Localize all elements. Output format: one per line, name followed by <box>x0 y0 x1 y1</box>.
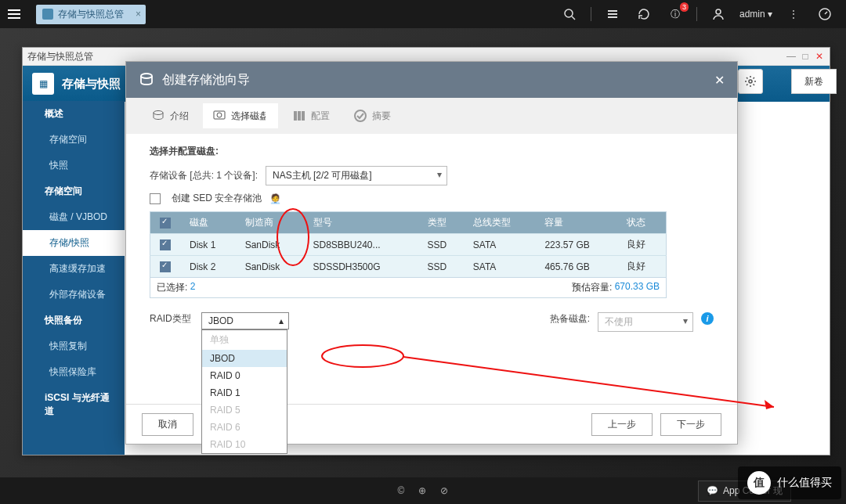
system-topbar: 存储与快照总管 × ⓘ3 admin ▾ ⋮ <box>0 0 846 28</box>
col-capacity: 容量 <box>538 212 620 234</box>
svg-point-13 <box>355 110 366 121</box>
raid-type-dropdown: 单独JBODRAID 0RAID 1RAID 5RAID 6RAID 10 <box>201 329 287 454</box>
settings-icon[interactable] <box>738 69 763 94</box>
sidebar-item[interactable]: 快照 <box>23 153 125 178</box>
sidebar-item[interactable]: 磁盘 / VJBOD <box>23 204 125 230</box>
cell-type: SSD <box>421 234 467 256</box>
wizard-title: 创建存储池向导 <box>162 72 250 88</box>
config-icon <box>292 109 306 123</box>
volume-icon[interactable] <box>602 4 623 24</box>
notif-badge: 3 <box>680 2 689 12</box>
row-checkbox[interactable] <box>160 261 171 272</box>
cell-vendor: SanDisk <box>239 234 307 256</box>
sidebar-item[interactable]: 高速缓存加速 <box>23 256 125 282</box>
bb-icon3[interactable]: ⊘ <box>440 485 448 496</box>
svg-point-9 <box>217 113 222 117</box>
bb-icon1[interactable]: © <box>398 485 405 496</box>
bb-icon2[interactable]: ⊕ <box>418 485 426 496</box>
sidebar: 概述存储空间快照存储空间磁盘 / VJBOD存储/快照高速缓存加速外部存储设备快… <box>23 101 125 455</box>
prev-button[interactable]: 上一步 <box>591 413 653 436</box>
refresh-icon[interactable] <box>634 4 654 24</box>
table-row[interactable]: Disk 1SanDiskSD8SBBU240...SSDSATA223.57 … <box>150 234 667 256</box>
hotspare-select[interactable]: 不使用 <box>598 312 693 332</box>
cell-model: SD8SBBU240... <box>307 234 421 256</box>
pool-icon <box>139 72 154 88</box>
cell-bus: SATA <box>467 234 539 256</box>
user-icon[interactable] <box>708 4 728 24</box>
table-footer: 已选择: 2 预估容量: 670.33 GB <box>150 278 667 298</box>
sidebar-item[interactable]: 快照备份 <box>23 308 125 333</box>
app-tab[interactable]: 存储与快照总管 × <box>36 5 146 24</box>
close-tab-icon[interactable]: × <box>136 9 141 20</box>
raid-option: RAID 6 <box>202 419 287 436</box>
cancel-button[interactable]: 取消 <box>142 413 193 436</box>
col-model: 型号 <box>307 212 421 234</box>
user-menu[interactable]: admin ▾ <box>739 9 772 20</box>
hotspare-info-icon[interactable]: i <box>701 312 714 325</box>
row-checkbox[interactable] <box>160 239 171 250</box>
close-icon[interactable]: ✕ <box>814 51 825 62</box>
configure-disks-label: 选择并配置磁盘: <box>150 145 714 158</box>
maximize-icon[interactable]: □ <box>800 51 811 62</box>
col-type: 类型 <box>421 212 467 234</box>
step-intro[interactable]: 介绍 <box>142 103 198 128</box>
cell-disk: Disk 1 <box>183 234 239 256</box>
cell-disk: Disk 2 <box>183 256 239 278</box>
sidebar-item[interactable]: iSCSI 与光纤通道 <box>23 385 125 424</box>
svg-point-7 <box>154 111 163 115</box>
raid-option[interactable]: JBOD <box>202 350 287 367</box>
svg-point-5 <box>749 80 752 83</box>
select-all-checkbox[interactable] <box>160 218 171 229</box>
svg-rect-12 <box>302 111 305 121</box>
svg-rect-11 <box>298 111 301 121</box>
storage-device-select[interactable]: NAS主机 [2/2 可用磁盘] <box>266 166 447 185</box>
menu-icon[interactable] <box>0 0 28 28</box>
sidebar-item[interactable]: 存储/快照 <box>23 230 125 256</box>
sidebar-item[interactable]: 概述 <box>23 101 125 127</box>
dashboard-icon[interactable] <box>815 4 835 24</box>
step-summary[interactable]: 摘要 <box>344 103 400 128</box>
svg-point-0 <box>565 9 573 17</box>
selected-count: 2 <box>190 281 196 294</box>
cell-vendor: SanDisk <box>239 256 307 278</box>
sed-help-icon[interactable]: 🧑‍💼 <box>269 193 281 204</box>
raid-option[interactable]: RAID 0 <box>202 367 287 384</box>
wizard-steps: 介绍 选择磁盘 配置 摘要 <box>126 98 737 134</box>
cell-cap: 223.57 GB <box>538 234 620 256</box>
sidebar-item[interactable]: 外部存储设备 <box>23 282 125 308</box>
sidebar-item[interactable]: 存储空间 <box>23 178 125 204</box>
est-capacity-label: 预估容量: <box>572 281 612 294</box>
hdd-icon <box>212 109 226 123</box>
sidebar-item[interactable]: 存储空间 <box>23 127 125 153</box>
new-volume-button[interactable]: 新卷 <box>791 69 837 94</box>
wizard-close-icon[interactable]: ✕ <box>714 73 725 88</box>
raid-option: RAID 5 <box>202 401 287 419</box>
info-icon[interactable]: ⓘ3 <box>665 4 685 24</box>
hotspare-label: 热备磁盘: <box>550 312 590 326</box>
svg-line-4 <box>825 12 827 14</box>
wizard-titlebar: 创建存储池向导 ✕ <box>126 62 737 98</box>
step-configure[interactable]: 配置 <box>283 103 339 128</box>
table-row[interactable]: Disk 2SanDiskSDSSDH3500GSSDSATA465.76 GB… <box>150 256 667 278</box>
storage-device-label: 存储设备 [总共: 1 个设备]: <box>150 169 258 182</box>
disk-table: 磁盘 制造商 型号 类型 总线类型 容量 状态 Disk 1SanDiskSD8… <box>150 211 667 278</box>
watermark-text: 什么值得买 <box>777 476 832 490</box>
next-button[interactable]: 下一步 <box>660 413 721 436</box>
search-icon[interactable] <box>559 4 580 24</box>
cell-type: SSD <box>421 256 467 278</box>
more-icon[interactable]: ⋮ <box>783 4 804 24</box>
sed-checkbox[interactable] <box>150 193 161 204</box>
create-pool-wizard: 创建存储池向导 ✕ 介绍 选择磁盘 配置 摘要 选择并配置磁盘: <box>125 61 738 445</box>
col-status: 状态 <box>620 212 666 234</box>
minimize-icon[interactable]: — <box>786 51 797 62</box>
storage-icon <box>42 9 53 20</box>
cell-status: 良好 <box>620 234 666 256</box>
col-bus: 总线类型 <box>467 212 539 234</box>
raid-option[interactable]: RAID 1 <box>202 384 287 401</box>
svg-point-6 <box>141 74 152 78</box>
sidebar-item[interactable]: 快照复制 <box>23 333 125 359</box>
app-logo-icon: ▦ <box>32 73 54 95</box>
raid-type-select[interactable]: JBOD <box>201 312 289 329</box>
step-select-disk[interactable]: 选择磁盘 <box>203 103 278 128</box>
sidebar-item[interactable]: 快照保险库 <box>23 359 125 385</box>
